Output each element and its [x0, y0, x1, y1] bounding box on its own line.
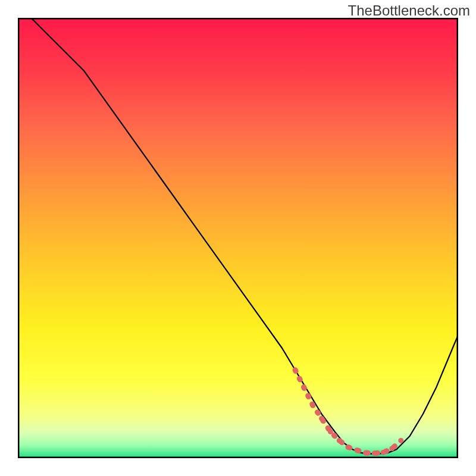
chart-container: TheBottleneck.com — [0, 0, 476, 476]
plot-area — [18, 18, 458, 458]
svg-point-9 — [363, 450, 368, 456]
svg-point-12 — [390, 446, 395, 451]
svg-point-5 — [328, 429, 333, 434]
watermark-text: TheBottleneck.com — [348, 2, 470, 19]
main-curve — [31, 18, 458, 454]
svg-point-7 — [346, 444, 351, 450]
svg-point-8 — [354, 447, 359, 453]
curve-layer — [18, 18, 458, 458]
svg-point-3 — [310, 403, 315, 408]
svg-point-1 — [293, 368, 298, 373]
svg-point-2 — [302, 385, 307, 390]
svg-point-11 — [381, 450, 386, 455]
svg-point-13 — [398, 438, 403, 443]
svg-point-10 — [372, 450, 377, 456]
trough-markers — [293, 368, 404, 456]
svg-point-4 — [319, 416, 324, 421]
svg-point-6 — [337, 438, 342, 443]
